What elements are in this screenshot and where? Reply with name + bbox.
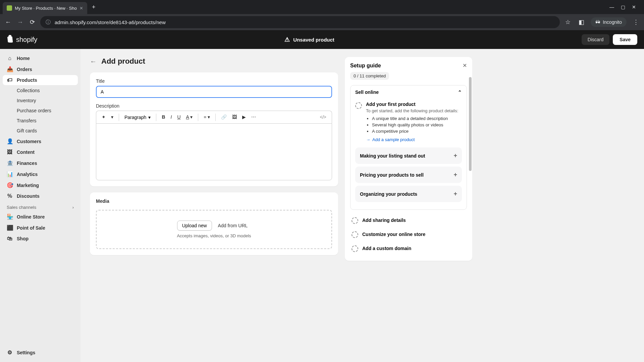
url-field[interactable]: ⓘ admin.shopify.com/store/de8143-a6/prod… [40,16,560,28]
new-tab-button[interactable]: + [89,2,99,12]
add-sample-product-link[interactable]: → Add a sample product [366,137,462,142]
sidebar-item-marketing[interactable]: 🎯Marketing [3,180,78,190]
products-icon: 🏷 [7,77,13,83]
description-label: Description [96,103,332,109]
sidebar-item-finances[interactable]: 🏦Finances [3,158,78,168]
save-button[interactable]: Save [613,34,637,45]
reload-icon[interactable]: ⟳ [28,18,36,26]
video-button[interactable]: ▶ [240,113,248,121]
sidebar-item-shop[interactable]: 🛍Shop [3,234,78,244]
gear-icon: ⚙ [7,349,13,356]
sidebar-item-inventory[interactable]: Inventory [3,96,78,105]
orders-icon: 📥 [7,66,13,72]
title-label: Title [96,78,332,84]
upload-new-button[interactable]: Upload new [177,221,212,231]
logo-text: shopify [16,36,37,44]
description-editor[interactable] [96,123,332,180]
discard-button[interactable]: Discard [582,34,609,45]
tab-favicon [7,5,12,11]
back-icon[interactable]: ← [4,19,12,26]
panel-icon[interactable]: ◧ [577,18,585,26]
shopify-logo-icon [7,35,14,45]
maximize-icon[interactable]: ▢ [621,4,625,10]
back-arrow-icon[interactable]: ← [90,58,97,65]
scrollbar[interactable] [469,77,472,257]
shopify-logo[interactable]: shopify [7,35,37,45]
sidebar-item-analytics[interactable]: 📊Analytics [3,169,78,179]
sidebar-item-online-store[interactable]: 🏪Online Store [3,212,78,222]
ai-dropdown-icon[interactable]: ▾ [109,113,115,121]
bold-button[interactable]: B [160,113,167,121]
setup-guide-panel: Setup guide ✕ 0 / 11 completed Sell onli… [345,57,472,261]
task-customize[interactable]: Customize your online store [350,227,467,241]
sidebar-item-pos[interactable]: ⬛Point of Sale [3,223,78,233]
close-icon[interactable]: ✕ [79,6,83,11]
close-icon[interactable]: ✕ [463,62,467,69]
task-status-icon[interactable] [355,102,362,109]
sidebar-item-home[interactable]: ⌂Home [3,53,78,63]
add-from-url-link[interactable]: Add from URL [215,221,251,230]
align-button[interactable]: ≡ ▾ [202,113,212,121]
forward-icon[interactable]: → [16,19,24,26]
incognito-icon: 🕶 [595,19,600,25]
text-color-button[interactable]: A ▾ [184,113,195,121]
section-listing[interactable]: Making your listing stand out + [355,147,462,164]
sidebar: ⌂Home 📥Orders 🏷Products Collections Inve… [0,49,80,362]
section-pricing[interactable]: Pricing your products to sell + [355,167,462,183]
underline-button[interactable]: U [175,113,182,121]
image-button[interactable]: 🖼 [230,113,239,121]
setup-progress: 0 / 11 completed [350,72,389,80]
sidebar-item-purchase-orders[interactable]: Purchase orders [3,106,78,115]
media-dropzone[interactable]: Upload new Add from URL Accepts images, … [96,210,332,249]
separator [215,114,216,121]
close-window-icon[interactable]: ✕ [632,4,636,10]
more-button[interactable]: ⋯ [249,113,258,121]
media-hint: Accepts images, videos, or 3D models [107,233,321,238]
sidebar-item-discounts[interactable]: %Discounts [3,191,78,201]
separator [119,114,119,121]
sidebar-item-settings[interactable]: ⚙Settings [3,347,78,358]
code-view-button[interactable]: </> [318,113,328,121]
tab-strip: My Store · Products · New · Sho ✕ + — ▢ … [0,0,644,14]
product-details-card: Title Description ✦ ▾ Paragraph ▾ B I U [90,72,338,186]
task-checklist: A unique title and a detailed descriptio… [366,116,462,134]
separator [198,114,198,121]
sidebar-item-orders[interactable]: 📥Orders [3,64,78,74]
sidebar-item-content[interactable]: 🖼Content [3,147,78,157]
paragraph-select[interactable]: Paragraph ▾ [122,114,153,121]
url-text: admin.shopify.com/store/de8143-a6/produc… [55,19,166,25]
sidebar-item-gift-cards[interactable]: Gift cards [3,126,78,135]
browser-chrome: My Store · Products · New · Sho ✕ + — ▢ … [0,0,644,30]
ai-tool-button[interactable]: ✦ [100,113,108,121]
page-title: Add product [101,57,145,66]
link-button[interactable]: 🔗 [219,113,229,121]
menu-icon[interactable]: ⋮ [632,18,640,26]
star-icon[interactable]: ☆ [564,18,572,26]
sales-channels-label: Sales channels › [3,201,78,211]
section-organizing[interactable]: Organizing your products + [355,186,462,202]
browser-tab[interactable]: My Store · Products · New · Sho ✕ [3,2,87,14]
task-domain[interactable]: Add a custom domain [350,241,467,255]
sidebar-item-transfers[interactable]: Transfers [3,116,78,125]
guide-section-sell-online: Sell online ⌃ Add your first product To … [350,85,467,210]
task-add-product: Add your first product To get started, a… [355,99,462,145]
site-info-icon[interactable]: ⓘ [46,19,51,25]
title-input[interactable] [96,86,332,98]
arrow-right-icon: → [366,137,370,142]
shop-icon: 🛍 [7,236,13,242]
section-header-sell[interactable]: Sell online ⌃ [351,85,467,99]
media-card: Media Upload new Add from URL Accepts im… [90,192,338,255]
task-sharing[interactable]: Add sharing details [350,213,467,227]
italic-button[interactable]: I [169,113,174,121]
minimize-icon[interactable]: — [609,4,614,10]
home-icon: ⌂ [7,55,13,61]
sidebar-item-products[interactable]: 🏷Products [3,75,78,85]
warning-icon: ⚠ [284,36,290,43]
chevron-right-icon[interactable]: › [72,205,74,210]
task-description: To get started, add the following produc… [366,108,462,113]
finances-icon: 🏦 [7,160,13,166]
sidebar-item-customers[interactable]: 👤Customers [3,136,78,146]
sidebar-item-collections[interactable]: Collections [3,86,78,95]
plus-icon: + [453,171,457,178]
task-title: Add your first product [366,102,462,107]
